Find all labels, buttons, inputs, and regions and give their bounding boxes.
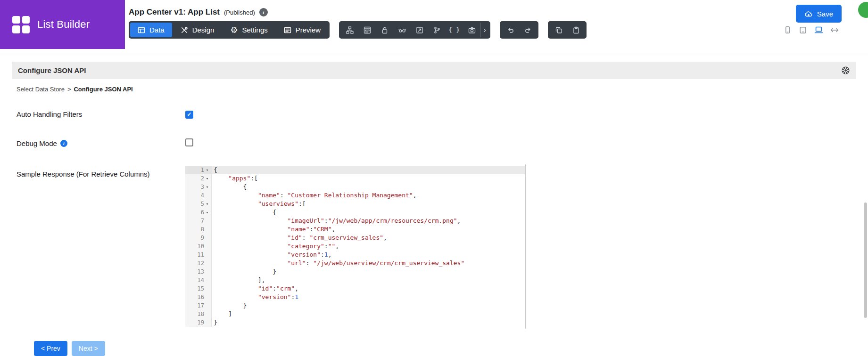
code-line[interactable]: "url": "/jw/web/userview/crm/crm_uservie… xyxy=(212,259,525,267)
debug-info-icon[interactable] xyxy=(60,140,67,147)
line-number: 2 xyxy=(201,174,204,183)
code-line[interactable]: } xyxy=(212,301,525,310)
gutter-line: 8 xyxy=(185,225,211,234)
branch-icon[interactable] xyxy=(428,23,446,37)
gutter-line: 17 xyxy=(185,301,211,310)
code-line[interactable]: } xyxy=(212,267,525,276)
breadcrumb-current: Configure JSON API xyxy=(74,86,132,93)
prev-button[interactable]: < Prev xyxy=(34,341,67,356)
lock-icon[interactable] xyxy=(376,23,393,37)
tab-label: Design xyxy=(192,26,215,34)
fold-arrow-icon[interactable]: ▾ xyxy=(204,200,210,208)
gear-icon xyxy=(230,26,238,34)
line-number: 13 xyxy=(198,267,204,276)
tablet-preview-button[interactable] xyxy=(799,26,807,34)
phone-preview-button[interactable] xyxy=(784,26,792,34)
published-badge: (Published) xyxy=(224,9,255,16)
line-number: 19 xyxy=(198,318,204,327)
line-number: 5 xyxy=(201,200,204,208)
debug-mode-label: Debug Mode xyxy=(17,139,57,147)
fold-arrow-icon[interactable]: ▾ xyxy=(204,183,210,191)
app-header: List Builder App Center v1: App List (Pu… xyxy=(0,0,868,53)
editor-code[interactable]: { "apps":[ { "name": "Customer Relations… xyxy=(212,166,525,327)
copy-icon[interactable] xyxy=(550,23,567,37)
sitemap-icon[interactable] xyxy=(341,23,358,37)
sample-response-label: Sample Response (For Retrieve Columns) xyxy=(17,164,185,178)
wheel-icon[interactable] xyxy=(841,66,850,75)
code-line[interactable]: ], xyxy=(212,276,525,284)
tab-label: Data xyxy=(149,26,165,34)
line-number: 3 xyxy=(201,183,204,191)
code-line[interactable]: { xyxy=(212,166,525,174)
fold-arrow-icon[interactable]: ▾ xyxy=(204,174,210,183)
code-line[interactable]: { xyxy=(212,208,525,217)
toolbar-overflow-chevron-icon[interactable] xyxy=(480,23,488,37)
fold-arrow-icon[interactable]: ▾ xyxy=(204,166,210,174)
tab-data[interactable]: Data xyxy=(130,23,172,37)
tab-design[interactable]: Design xyxy=(173,23,222,37)
undo-redo-group xyxy=(500,21,538,39)
tab-settings[interactable]: Settings xyxy=(223,23,275,37)
info-icon[interactable] xyxy=(259,8,268,16)
code-line[interactable]: "apps":[ xyxy=(212,174,525,183)
code-line[interactable]: "id":"crm", xyxy=(212,284,525,293)
export-icon[interactable] xyxy=(411,23,428,37)
tab-preview[interactable]: Preview xyxy=(276,23,328,37)
next-button[interactable]: Next > xyxy=(72,341,105,356)
line-number: 7 xyxy=(201,217,204,225)
braces-icon[interactable] xyxy=(446,23,463,37)
app-logo: List Builder xyxy=(0,0,125,49)
code-line[interactable]: "name": "Customer Relationship Managemen… xyxy=(212,191,525,200)
code-line[interactable]: } xyxy=(212,318,525,327)
glasses-icon[interactable] xyxy=(393,23,411,37)
line-number: 16 xyxy=(198,293,204,301)
code-line[interactable]: "name":"CRM", xyxy=(212,225,525,234)
cloud-upload-icon xyxy=(804,10,813,17)
sample-response-row: Sample Response (For Retrieve Columns) 1… xyxy=(12,164,856,329)
debug-mode-checkbox[interactable] xyxy=(185,138,193,146)
camera-icon[interactable] xyxy=(463,23,480,37)
auto-handling-checkbox[interactable] xyxy=(185,111,193,119)
builder-tab-bar: Data Design Settings Preview xyxy=(129,21,330,39)
builder-toolbar xyxy=(339,21,490,39)
code-line[interactable]: ] xyxy=(212,310,525,318)
redo-icon[interactable] xyxy=(519,23,537,37)
line-number: 6 xyxy=(201,208,204,217)
gutter-line: 1▾ xyxy=(185,166,211,174)
code-line[interactable]: "userviews":[ xyxy=(212,200,525,208)
code-line[interactable]: "version":1, xyxy=(212,251,525,259)
line-number: 17 xyxy=(198,301,204,310)
code-line[interactable]: { xyxy=(212,183,525,191)
gutter-line: 12 xyxy=(185,259,211,267)
main-content: Configure JSON API Select Data Store>Con… xyxy=(0,53,868,356)
title-row: App Center v1: App List (Published) xyxy=(129,0,868,17)
header-main: App Center v1: App List (Published) Data… xyxy=(125,0,868,53)
code-line[interactable]: "category":"", xyxy=(212,242,525,251)
line-number: 1 xyxy=(201,166,204,174)
undo-icon[interactable] xyxy=(502,23,519,37)
auto-handling-label: Auto Handling Filters xyxy=(17,110,185,118)
paste-icon[interactable] xyxy=(567,23,585,37)
data-table-icon xyxy=(138,26,145,34)
code-line[interactable]: "imageUrl":"/jw/web/app/crm/resources/cr… xyxy=(212,217,525,225)
clipboard-group xyxy=(548,21,587,39)
json-editor[interactable]: 1▾2▾3▾45▾6▾78910111213141516171819 { "ap… xyxy=(185,164,526,329)
debug-mode-row: Debug Mode xyxy=(12,138,856,148)
gutter-line: 14 xyxy=(185,276,211,284)
line-number: 11 xyxy=(198,251,204,259)
line-number: 12 xyxy=(198,259,204,267)
vertical-scrollbar[interactable] xyxy=(864,202,867,318)
preview-document-icon xyxy=(284,26,291,34)
fold-arrow-icon[interactable]: ▾ xyxy=(204,208,210,217)
responsive-width-button[interactable] xyxy=(830,26,839,34)
breadcrumb-parent[interactable]: Select Data Store xyxy=(17,86,65,93)
form-icon[interactable] xyxy=(358,23,376,37)
code-line[interactable]: "id": "crm_userview_sales", xyxy=(212,234,525,242)
desktop-preview-button[interactable] xyxy=(814,25,823,34)
gutter-line: 10 xyxy=(185,242,211,251)
gutter-line: 13 xyxy=(185,267,211,276)
code-line[interactable]: "version":1 xyxy=(212,293,525,301)
save-button[interactable]: Save xyxy=(796,5,842,23)
line-number: 4 xyxy=(201,191,204,200)
gutter-line: 16 xyxy=(185,293,211,301)
